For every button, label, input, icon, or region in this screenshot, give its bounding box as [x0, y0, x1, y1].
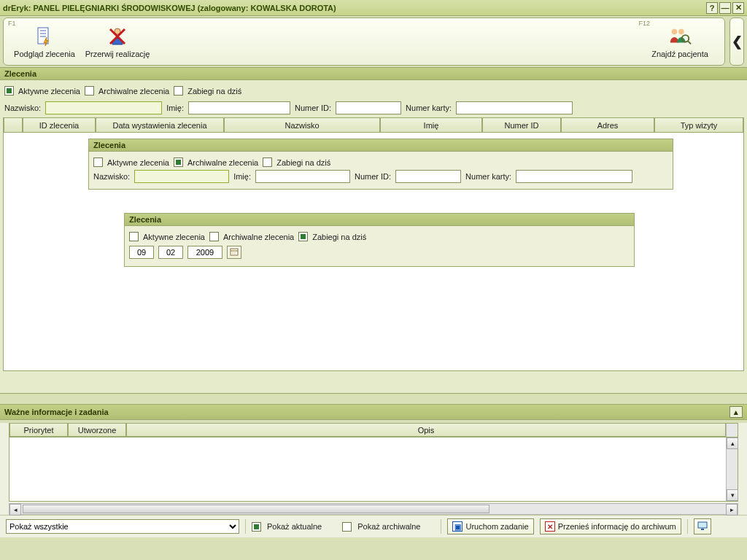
panel3-archive-checkbox[interactable] — [209, 232, 219, 241]
table-header-numid[interactable]: Numer ID — [482, 118, 561, 133]
abort-button[interactable]: Przerwij realizację — [81, 25, 154, 58]
archive-orders-checkbox[interactable] — [85, 86, 94, 96]
tasks-collapse-button[interactable]: ▴ — [729, 406, 743, 418]
tasks-vertical-scrollbar[interactable]: ▴ ▾ — [726, 438, 738, 501]
minimize-button[interactable]: — — [719, 2, 731, 14]
calendar-button[interactable] — [227, 246, 241, 259]
surname-label: Nazwisko: — [4, 104, 41, 112]
panel3-today-label: Zabiegi na dziś — [312, 233, 366, 241]
panel2-surname-label: Nazwisko: — [93, 172, 130, 181]
date-year-input[interactable] — [187, 246, 222, 259]
name-input[interactable] — [188, 101, 290, 114]
panel3-archive-label: Archiwalne zlecenia — [223, 233, 294, 241]
toolbar-collapse-handle[interactable]: ❮ — [729, 18, 744, 66]
orders-panel-today: Zlecenia Aktywne zlecenia Archiwalne zle… — [124, 213, 635, 267]
date-day-input[interactable] — [129, 246, 154, 259]
play-icon: ▣ — [452, 521, 462, 532]
scroll-thumb[interactable] — [23, 505, 489, 513]
panel2-name-input[interactable] — [255, 170, 350, 183]
show-current-checkbox[interactable] — [252, 522, 261, 532]
card-input[interactable] — [456, 101, 573, 114]
scroll-down-icon[interactable]: ▾ — [727, 489, 738, 501]
f1-label: F1 — [8, 20, 16, 27]
svg-rect-10 — [698, 522, 707, 528]
table-header-address[interactable]: Adres — [561, 118, 654, 133]
active-orders-label: Aktywne zlecenia — [18, 87, 80, 96]
table-header-visit-type[interactable]: Typ wizyty — [654, 118, 743, 133]
tasks-header-desc[interactable]: Opis — [126, 424, 726, 437]
name-label: Imię: — [166, 104, 184, 112]
panel2-archive-checkbox[interactable] — [174, 158, 183, 167]
show-archive-label: Pokaż archiwalne — [357, 522, 420, 531]
document-flash-icon — [33, 25, 56, 48]
view-order-button[interactable]: Podgląd zlecenia — [8, 25, 81, 58]
chevron-left-icon: ❮ — [732, 34, 743, 50]
tasks-header-priority[interactable]: Priorytet — [9, 424, 68, 437]
archive-task-button[interactable]: ✕ Przenieś informację do archiwum — [540, 518, 681, 534]
table-header-selector[interactable] — [4, 118, 23, 133]
orders-search-row: Nazwisko: Imię: Numer ID: Numer karty: — [3, 98, 744, 117]
people-search-icon — [668, 25, 692, 48]
window-title: drEryk: PANEL PIELĘGNIARKI ŚRODOWISKOWEJ… — [3, 4, 336, 12]
id-label: Numer ID: — [295, 104, 331, 112]
archive-task-label: Przenieś informację do archiwum — [558, 522, 676, 531]
orders-panel-archive-title: Zlecenia — [89, 139, 673, 152]
abort-label: Przerwij realizację — [85, 50, 150, 58]
view-order-label: Podgląd zlecenia — [14, 50, 75, 58]
surname-input[interactable] — [45, 101, 162, 114]
person-cross-icon — [106, 25, 129, 48]
panel2-archive-label: Archiwalne zlecenia — [187, 158, 258, 167]
scroll-right-icon[interactable]: ▸ — [726, 504, 738, 516]
show-archive-checkbox[interactable] — [342, 522, 352, 532]
panel2-active-label: Aktywne zlecenia — [107, 158, 169, 167]
tasks-horizontal-scrollbar[interactable]: ◂ ▸ — [9, 503, 738, 515]
tasks-header-created[interactable]: Utworzone — [68, 424, 126, 437]
table-header-surname[interactable]: Nazwisko — [224, 118, 380, 133]
close-button[interactable]: ✕ — [732, 2, 744, 14]
orders-panel-archive: Zlecenia Aktywne zlecenia Archiwalne zle… — [88, 139, 673, 190]
toolbar: F1 F12 Podgląd zlecenia Przerwij realiza… — [0, 16, 747, 67]
panel2-surname-input[interactable] — [134, 170, 229, 183]
orders-filter-row: Aktywne zlecenia Archiwalne zlecenia Zab… — [3, 83, 744, 98]
svg-rect-11 — [701, 529, 704, 530]
panel3-active-checkbox[interactable] — [129, 232, 139, 241]
date-month-input[interactable] — [158, 246, 183, 259]
run-task-button[interactable]: ▣ Uruchom zadanie — [447, 518, 533, 534]
find-patient-label: Znajdź pacjenta — [651, 50, 708, 58]
svg-line-5 — [688, 42, 691, 44]
scroll-left-icon[interactable]: ◂ — [9, 504, 21, 516]
panel2-id-input[interactable] — [395, 170, 461, 183]
archive-x-icon: ✕ — [545, 521, 555, 532]
active-orders-checkbox[interactable] — [4, 86, 14, 96]
svg-rect-6 — [231, 249, 238, 255]
tasks-table-body: ▴ ▾ — [9, 438, 738, 502]
panel3-today-checkbox[interactable] — [298, 232, 308, 241]
panel2-id-label: Numer ID: — [355, 172, 391, 181]
panel2-today-checkbox[interactable] — [263, 158, 272, 167]
table-header-id[interactable]: ID zlecenia — [23, 118, 96, 133]
tasks-title: Ważne informacje i zadania — [4, 408, 109, 416]
panel2-name-label: Imię: — [233, 172, 251, 181]
show-current-label: Pokaż aktualne — [267, 522, 322, 531]
archive-orders-label: Archiwalne zlecenia — [98, 87, 169, 96]
filter-combo[interactable]: Pokaż wszystkie — [6, 519, 239, 534]
id-input[interactable] — [336, 101, 401, 114]
titlebar: drEryk: PANEL PIELĘGNIARKI ŚRODOWISKOWEJ… — [0, 0, 747, 16]
today-procedures-checkbox[interactable] — [174, 86, 183, 96]
orders-table: ID zlecenia Data wystawienia zlecenia Na… — [3, 117, 744, 371]
panel2-active-checkbox[interactable] — [93, 158, 103, 167]
find-patient-button[interactable]: Znajdź pacjenta — [640, 25, 720, 58]
chevron-up-icon: ▴ — [734, 408, 738, 417]
run-task-label: Uruchom zadanie — [465, 522, 528, 531]
tasks-section-header: Ważne informacje i zadania ▴ — [0, 404, 747, 420]
panel2-card-input[interactable] — [516, 170, 632, 183]
today-procedures-label: Zabiegi na dziś — [187, 87, 241, 96]
monitor-button[interactable] — [694, 518, 711, 534]
orders-section-header: Zlecenia — [0, 67, 747, 80]
scroll-up-icon[interactable]: ▴ — [727, 438, 738, 449]
monitor-icon — [697, 521, 708, 532]
table-header-name[interactable]: Imię — [380, 118, 482, 133]
help-button[interactable]: ? — [706, 2, 718, 14]
table-header-issue-date[interactable]: Data wystawienia zlecenia — [96, 118, 224, 133]
svg-point-3 — [678, 29, 684, 35]
